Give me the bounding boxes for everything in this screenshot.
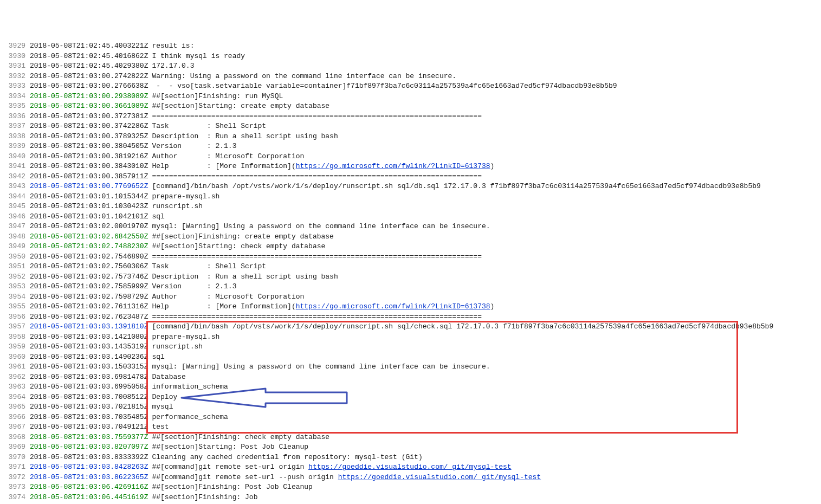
log-line[interactable]: 39702018-05-08T21:03:03.8333392ZCleaning… xyxy=(0,453,821,463)
log-line[interactable]: 39652018-05-08T21:03:03.7021815Zmysql xyxy=(0,402,821,412)
log-line[interactable]: 39542018-05-08T21:03:02.7598729ZAuthor :… xyxy=(0,292,821,302)
log-timestamp: 2018-05-08T21:03:02.7573746Z xyxy=(30,272,148,282)
log-timestamp: 2018-05-08T21:03:02.7546890Z xyxy=(30,252,148,262)
log-line[interactable]: 39632018-05-08T21:03:03.6995058Zinformat… xyxy=(0,382,821,392)
log-message: - - vso[task.setvariable variable=contai… xyxy=(152,81,617,92)
log-message: prepare-mysql.sh xyxy=(152,192,219,202)
log-timestamp: 2018-05-08T21:03:03.8207097Z xyxy=(30,442,148,453)
line-number: 3931 xyxy=(0,61,30,72)
log-line[interactable]: 39302018-05-08T21:02:45.4016862ZI think … xyxy=(0,51,821,62)
log-line[interactable]: 39642018-05-08T21:03:03.7008512ZDeploy xyxy=(0,392,821,403)
log-line[interactable]: 39402018-05-08T21:03:00.3819216ZAuthor :… xyxy=(0,152,821,162)
log-timestamp: 2018-05-08T21:03:03.1435319Z xyxy=(30,342,148,352)
line-number: 3930 xyxy=(0,51,30,62)
log-link[interactable]: https://goeddie.visualstudio.com/ git/my… xyxy=(308,462,511,473)
log-message: ##[command]git remote set-url origin xyxy=(152,462,308,473)
log-line[interactable]: 39722018-05-08T21:03:03.8622365Z##[comma… xyxy=(0,473,821,483)
log-link[interactable]: https://goeddie.visualstudio.com/ git/my… xyxy=(338,473,541,483)
log-timestamp: 2018-05-08T21:03:02.6842550Z xyxy=(30,232,148,242)
log-message: Task : Shell Script xyxy=(152,262,266,272)
log-message: Warning: Using a password on the command… xyxy=(152,72,456,82)
log-line[interactable]: 39342018-05-08T21:03:00.2938089Z##[secti… xyxy=(0,92,821,102)
log-line[interactable]: 39422018-05-08T21:03:00.3857911Z========… xyxy=(0,172,821,182)
log-line[interactable]: 39502018-05-08T21:03:02.7546890Z========… xyxy=(0,252,821,262)
line-number: 3944 xyxy=(0,192,30,202)
log-line[interactable]: 39372018-05-08T21:03:00.3742286ZTask : S… xyxy=(0,121,821,132)
log-line[interactable]: 39472018-05-08T21:03:02.0001970Zmysql: [… xyxy=(0,222,821,232)
log-line[interactable]: 39522018-05-08T21:03:02.7573746ZDescript… xyxy=(0,272,821,282)
log-line[interactable]: 39602018-05-08T21:03:03.1490236Zsql xyxy=(0,352,821,363)
log-message: ##[section]Finishing: Job xyxy=(152,493,257,503)
log-line[interactable]: 39492018-05-08T21:03:02.7488230Z##[secti… xyxy=(0,242,821,252)
log-message: information_schema xyxy=(152,382,228,392)
line-number: 3936 xyxy=(0,112,30,122)
line-number: 3970 xyxy=(0,453,30,463)
log-timestamp: 2018-05-08T21:03:00.3742286Z xyxy=(30,121,148,132)
log-line[interactable]: 39322018-05-08T21:03:00.2742822ZWarning:… xyxy=(0,72,821,82)
line-number: 3933 xyxy=(0,81,30,92)
log-line[interactable]: 39452018-05-08T21:03:01.1030423Zrunscrip… xyxy=(0,202,821,212)
line-number: 3932 xyxy=(0,72,30,82)
log-line[interactable]: 39312018-05-08T21:02:45.4029380Z172.17.0… xyxy=(0,61,821,72)
log-line[interactable]: 39382018-05-08T21:03:00.3789325ZDescript… xyxy=(0,132,821,142)
line-number: 3965 xyxy=(0,402,30,412)
log-message: 172.17.0.3 xyxy=(152,61,194,72)
log-message: Author : Microsoft Corporation xyxy=(152,152,304,162)
log-timestamp: 2018-05-08T21:03:02.7488230Z xyxy=(30,242,148,252)
log-timestamp: 2018-05-08T21:03:00.3661089Z xyxy=(30,101,148,112)
log-timestamp: 2018-05-08T21:02:45.4029380Z xyxy=(30,61,148,72)
log-timestamp: 2018-05-08T21:02:45.4003221Z xyxy=(30,41,148,51)
log-message: I think mysql is ready xyxy=(152,51,245,62)
log-line[interactable]: 39662018-05-08T21:03:03.7035485Zperforma… xyxy=(0,412,821,423)
log-line[interactable]: 39552018-05-08T21:03:02.7611316ZHelp : [… xyxy=(0,302,821,312)
log-message: prepare-mysql.sh xyxy=(152,332,219,343)
log-timestamp: 2018-05-08T21:03:03.1421080Z xyxy=(30,332,148,343)
log-line[interactable]: 39672018-05-08T21:03:03.7049121Ztest xyxy=(0,422,821,432)
line-number: 3942 xyxy=(0,172,30,182)
log-message: mysql: [Warning] Using a password on the… xyxy=(152,222,490,232)
line-number: 3940 xyxy=(0,152,30,162)
line-number: 3963 xyxy=(0,382,30,392)
line-number: 3971 xyxy=(0,462,30,473)
line-number: 3962 xyxy=(0,372,30,383)
log-line[interactable]: 39482018-05-08T21:03:02.6842550Z##[secti… xyxy=(0,232,821,242)
log-link[interactable]: https://go.microsoft.com/fwlink/?LinkID=… xyxy=(296,302,490,312)
log-line[interactable]: 39352018-05-08T21:03:00.3661089Z##[secti… xyxy=(0,101,821,112)
log-line[interactable]: 39432018-05-08T21:03:00.7769652Z[command… xyxy=(0,182,821,192)
log-line[interactable]: 39712018-05-08T21:03:03.8428263Z##[comma… xyxy=(0,462,821,473)
log-message: ========================================… xyxy=(152,172,482,182)
log-message: Task : Shell Script xyxy=(152,121,266,132)
log-link[interactable]: https://go.microsoft.com/fwlink/?LinkID=… xyxy=(296,161,490,172)
log-line[interactable]: 39292018-05-08T21:02:45.4003221Zresult i… xyxy=(0,41,821,51)
log-line[interactable]: 39732018-05-08T21:03:06.4269116Z##[secti… xyxy=(0,482,821,493)
log-timestamp: 2018-05-08T21:03:03.1391810Z xyxy=(30,322,148,332)
build-log[interactable]: 39292018-05-08T21:02:45.4003221Zresult i… xyxy=(0,41,821,502)
line-number: 3961 xyxy=(0,362,30,372)
log-timestamp: 2018-05-08T21:03:02.0001970Z xyxy=(30,222,148,232)
log-line[interactable]: 39442018-05-08T21:03:01.1015344Zprepare-… xyxy=(0,192,821,202)
log-line[interactable]: 39582018-05-08T21:03:03.1421080Zprepare-… xyxy=(0,332,821,343)
log-line[interactable]: 39462018-05-08T21:03:01.1042101Zsql xyxy=(0,212,821,222)
log-line[interactable]: 39392018-05-08T21:03:00.3804505ZVersion … xyxy=(0,141,821,152)
log-line[interactable]: 39362018-05-08T21:03:00.3727381Z========… xyxy=(0,112,821,122)
log-line[interactable]: 39332018-05-08T21:03:00.2766638Z - - vso… xyxy=(0,81,821,92)
log-timestamp: 2018-05-08T21:03:03.7049121Z xyxy=(30,422,148,432)
log-line[interactable]: 39412018-05-08T21:03:00.3843010ZHelp : [… xyxy=(0,161,821,172)
log-timestamp: 2018-05-08T21:03:03.6995058Z xyxy=(30,382,148,392)
log-line[interactable]: 39532018-05-08T21:03:02.7585999ZVersion … xyxy=(0,282,821,292)
log-timestamp: 2018-05-08T21:03:00.2742822Z xyxy=(30,72,148,82)
log-line[interactable]: 39572018-05-08T21:03:03.1391810Z[command… xyxy=(0,322,821,332)
log-line[interactable]: 39612018-05-08T21:03:03.1503315Zmysql: [… xyxy=(0,362,821,372)
log-line[interactable]: 39682018-05-08T21:03:03.7559377Z##[secti… xyxy=(0,432,821,443)
log-line[interactable]: 39512018-05-08T21:03:02.7560306ZTask : S… xyxy=(0,262,821,272)
log-line[interactable]: 39592018-05-08T21:03:03.1435319Zrunscrip… xyxy=(0,342,821,352)
log-line[interactable]: 39562018-05-08T21:03:02.7623487Z========… xyxy=(0,312,821,322)
line-number: 3957 xyxy=(0,322,30,332)
log-timestamp: 2018-05-08T21:03:01.1015344Z xyxy=(30,192,148,202)
log-message: Cleaning any cached credential from repo… xyxy=(152,453,422,463)
line-number: 3950 xyxy=(0,252,30,262)
log-line[interactable]: 39692018-05-08T21:03:03.8207097Z##[secti… xyxy=(0,442,821,453)
log-line[interactable]: 39742018-05-08T21:03:06.4451619Z##[secti… xyxy=(0,493,821,503)
log-message: Description : Run a shell script using b… xyxy=(152,132,338,142)
log-line[interactable]: 39622018-05-08T21:03:03.6981478ZDatabase xyxy=(0,372,821,383)
